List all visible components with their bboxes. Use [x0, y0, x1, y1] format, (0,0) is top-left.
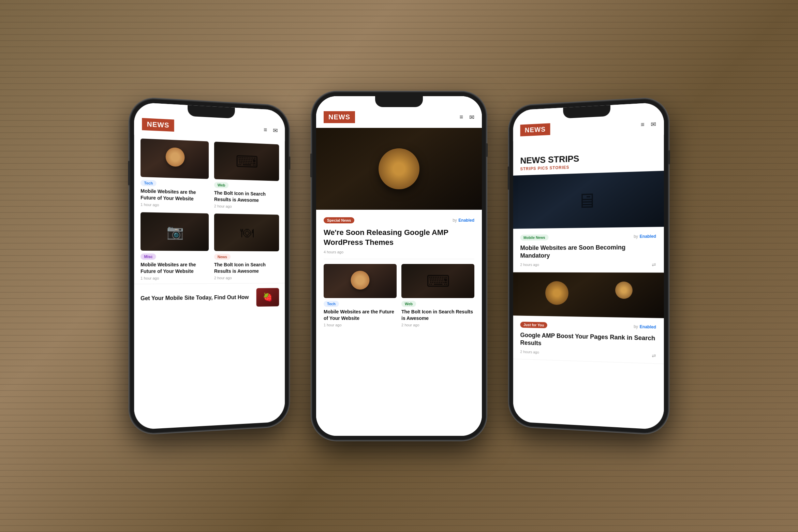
phone-left: NEWS ≡ ✉ Tech Mobile Websites are the Fu…: [130, 98, 289, 434]
pair-card-2-time: 2 hour ago: [401, 323, 474, 327]
strip-2-tag: Just for You: [520, 322, 547, 328]
featured-author[interactable]: Enabled: [458, 218, 474, 223]
pair-card-1-tag: Tech: [324, 301, 339, 307]
promo-img: [256, 288, 279, 307]
phone-right-screen: NEWS ≡ ✉ NEWS STRIPS STRIPS PICS STORIES: [513, 102, 664, 430]
card-1-img: [141, 138, 209, 179]
card-1[interactable]: Tech Mobile Websites are the Future of Y…: [141, 138, 209, 208]
mail-icon-center[interactable]: ✉: [469, 114, 474, 121]
strip-1-time-row: 2 hours ago ⇄: [520, 262, 656, 267]
strip-1-meta: Mobile News by Enabled: [520, 231, 656, 242]
card-3[interactable]: Misc Mobile Websites are the Future of Y…: [141, 212, 209, 280]
strip-2[interactable]: Just for You by Enabled Google AMP Boost…: [513, 272, 664, 364]
menu-icon-left[interactable]: ≡: [264, 126, 267, 133]
header-icons-right: ≡ ✉: [641, 120, 656, 129]
strip-2-title: Google AMP Boost Your Pages Rank in Sear…: [520, 331, 656, 351]
card-2-time: 2 hour ago: [214, 204, 279, 209]
card-2-tag: Web: [214, 182, 228, 188]
card-4-tag: News: [214, 254, 231, 260]
pair-card-1[interactable]: Tech Mobile Websites are the Future of Y…: [324, 264, 397, 327]
pair-card-2-img: [401, 264, 474, 298]
notch-center: [375, 96, 423, 107]
featured-title: We're Soon Releasing Google AMP WordPres…: [324, 228, 474, 247]
pair-card-2-title: The Bolt Icon in Search Results is Aweso…: [401, 309, 474, 322]
pair-card-2-tag: Web: [401, 301, 416, 307]
strip-2-time: 2 hours ago: [520, 350, 539, 354]
divider: [324, 259, 474, 259]
mail-icon-right[interactable]: ✉: [651, 120, 656, 128]
strip-2-meta: Just for You by Enabled: [520, 319, 656, 332]
card-1-time: 1 hour ago: [141, 202, 209, 208]
featured-tag: Special News: [324, 217, 354, 223]
card-4[interactable]: News The Bolt Icon in Search Results is …: [214, 213, 279, 280]
pair-card-1-title: Mobile Websites are the Future of Your W…: [324, 309, 397, 322]
app-center: NEWS ≡ ✉ Special News by Enabled: [316, 96, 482, 436]
strip-2-img: [513, 272, 664, 318]
phone-right: NEWS ≡ ✉ NEWS STRIPS STRIPS PICS STORIES: [509, 98, 668, 434]
phone-center: NEWS ≡ ✉ Special News by Enabled: [312, 92, 486, 440]
news-logo-right: NEWS: [520, 123, 550, 136]
bottom-promo[interactable]: Get Your Mobile Site Today, Find Out How: [134, 283, 285, 313]
menu-icon-center[interactable]: ≡: [459, 114, 463, 121]
news-logo-left: NEWS: [142, 118, 174, 132]
strip-1-tag: Mobile News: [520, 234, 548, 241]
phone-center-screen: NEWS ≡ ✉ Special News by Enabled: [316, 96, 482, 436]
phones-container: NEWS ≡ ✉ Tech Mobile Websites are the Fu…: [131, 92, 667, 440]
strip-1-content: Mobile News by Enabled Mobile Websites a…: [513, 227, 664, 272]
promo-title: Get Your Mobile Site Today, Find Out How: [141, 294, 256, 302]
app-right: NEWS ≡ ✉ NEWS STRIPS STRIPS PICS STORIES: [513, 102, 664, 430]
strip-1-time: 2 hours ago: [520, 263, 539, 267]
card-3-tag: Misc: [141, 253, 156, 260]
retweet-icon-2: ⇄: [652, 353, 656, 358]
mail-icon-left[interactable]: ✉: [273, 127, 278, 134]
pair-card-2[interactable]: Web The Bolt Icon in Search Results is A…: [401, 264, 474, 327]
strip-1-by: by: [634, 234, 638, 239]
menu-icon-right[interactable]: ≡: [641, 121, 645, 129]
phone-left-screen: NEWS ≡ ✉ Tech Mobile Websites are the Fu…: [134, 102, 285, 430]
strip-1-img: [513, 171, 664, 229]
featured-meta: Special News by Enabled: [324, 215, 474, 225]
strips-header: NEWS STRIPS STRIPS PICS STORIES: [513, 135, 664, 176]
news-logo-center: NEWS: [324, 111, 355, 123]
card-3-title: Mobile Websites are the Future of Your W…: [141, 261, 209, 275]
featured-time: 4 hours ago: [324, 250, 474, 254]
card-1-title: Mobile Websites are the Future of Your W…: [141, 188, 209, 203]
strip-1[interactable]: Mobile News by Enabled Mobile Websites a…: [513, 171, 664, 273]
card-4-img: [214, 213, 279, 251]
strip-2-author[interactable]: Enabled: [640, 324, 656, 329]
card-4-title: The Bolt Icon in Search Results is Aweso…: [214, 262, 279, 275]
card-4-time: 2 hour ago: [214, 276, 279, 280]
strip-1-title: Mobile Websites are Soon Becoming Mandat…: [520, 243, 656, 260]
featured-img: [316, 128, 482, 210]
featured-by: by: [453, 218, 457, 223]
strip-1-author[interactable]: Enabled: [640, 234, 656, 239]
retweet-icon-1: ⇄: [652, 262, 656, 267]
strip-2-by: by: [634, 324, 638, 329]
news-grid-left: Tech Mobile Websites are the Future of Y…: [134, 135, 285, 284]
strip-2-content: Just for You by Enabled Google AMP Boost…: [513, 315, 664, 364]
app-left: NEWS ≡ ✉ Tech Mobile Websites are the Fu…: [134, 102, 285, 430]
pair-card-1-img: [324, 264, 397, 298]
strip-2-time-row: 2 hours ago ⇄: [520, 349, 656, 358]
news-pair: Tech Mobile Websites are the Future of Y…: [324, 264, 474, 327]
card-3-time: 1 hour ago: [141, 276, 209, 280]
card-2-img: [214, 142, 279, 181]
card-1-tag: Tech: [141, 180, 156, 187]
pair-card-1-time: 1 hour ago: [324, 323, 397, 327]
header-icons-left: ≡ ✉: [264, 126, 278, 134]
card-2[interactable]: Web The Bolt Icon in Search Results is A…: [214, 142, 279, 209]
header-icons-center: ≡ ✉: [459, 114, 474, 121]
featured-content: Special News by Enabled We're Soon Relea…: [316, 215, 482, 327]
card-2-title: The Bolt Icon in Search Results is Aweso…: [214, 190, 279, 204]
card-3-img: [141, 212, 209, 251]
